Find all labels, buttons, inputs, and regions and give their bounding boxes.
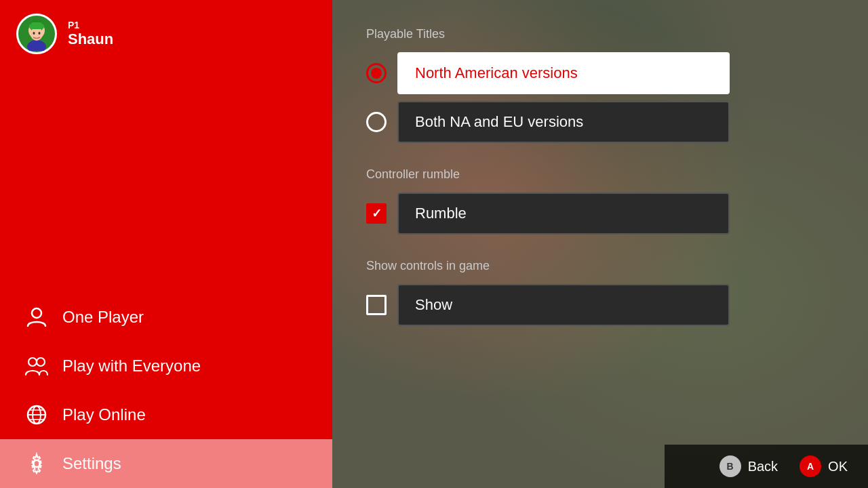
checkbox-option-rumble[interactable]: Rumble [366,192,834,235]
settings-panel: Playable Titles North American versions … [332,0,868,378]
user-header: P1 Shaun [0,0,332,68]
svg-point-10 [32,308,41,318]
na-versions-box[interactable]: North American versions [397,52,730,94]
checkbox-rumble[interactable] [366,203,387,224]
playable-titles-label: Playable Titles [366,27,834,41]
playable-titles-group: North American versions Both NA and EU v… [366,52,834,143]
show-controls-label: Show controls in game [366,259,834,273]
checkbox-option-show[interactable]: Show [366,284,834,326]
ok-button[interactable]: A OK [800,455,848,477]
svg-rect-9 [31,22,42,26]
radio-na[interactable] [366,63,387,83]
svg-point-7 [39,32,41,35]
settings-label: Settings [62,454,121,473]
radio-option-both[interactable]: Both NA and EU versions [366,101,834,143]
b-button-icon: B [719,455,741,477]
show-box[interactable]: Show [397,284,730,326]
play-with-everyone-label: Play with Everyone [62,357,201,375]
person-icon [24,305,49,329]
sidebar: P1 Shaun One Player [0,0,332,488]
bottom-bar: B Back A OK [665,445,868,488]
ok-label: OK [828,459,848,474]
gear-icon [24,451,49,476]
sidebar-item-play-with-everyone[interactable]: Play with Everyone [0,342,332,390]
back-label: Back [748,459,778,474]
svg-point-11 [28,358,37,366]
back-button[interactable]: B Back [719,455,778,477]
a-button-icon: A [800,455,821,477]
group-icon [24,354,49,378]
user-info: P1 Shaun [68,20,113,48]
radio-option-na[interactable]: North American versions [366,52,834,94]
nav-items: One Player Play with Everyone [0,293,332,488]
both-versions-box[interactable]: Both NA and EU versions [397,101,730,143]
show-controls-group: Show [366,284,834,326]
sidebar-item-play-online[interactable]: Play Online [0,390,332,439]
main-content: Playable Titles North American versions … [332,0,868,488]
player-label: P1 [68,20,113,30]
sidebar-item-settings[interactable]: Settings [0,439,332,488]
sidebar-item-one-player[interactable]: One Player [0,293,332,342]
controller-rumble-label: Controller rumble [366,167,834,182]
svg-point-6 [33,32,35,35]
rumble-box[interactable]: Rumble [397,192,730,235]
one-player-label: One Player [62,308,144,327]
username: Shaun [68,30,113,48]
controller-rumble-group: Rumble [366,192,834,235]
svg-point-12 [37,358,45,366]
avatar [16,14,57,54]
radio-both[interactable] [366,112,387,132]
checkbox-show[interactable] [366,295,387,315]
play-online-label: Play Online [62,405,146,424]
globe-icon [24,403,49,427]
